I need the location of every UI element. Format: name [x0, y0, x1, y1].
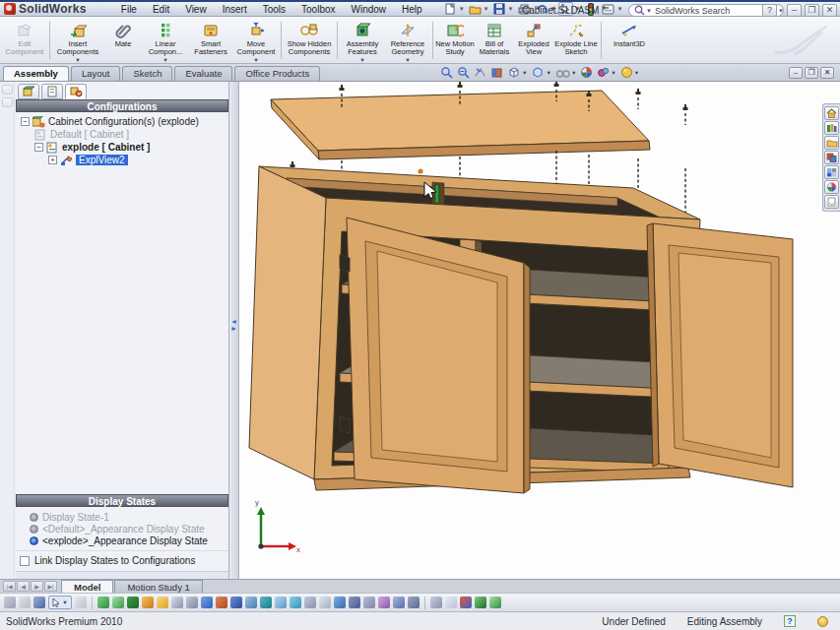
edit-appearance-icon[interactable]: [580, 66, 593, 79]
selected-explview-label[interactable]: ExplView2: [76, 155, 128, 165]
assembly-xpert-icon[interactable]: [201, 597, 213, 608]
minimize-button[interactable]: –: [787, 4, 802, 17]
axis-icon[interactable]: [334, 597, 346, 608]
file-explorer-tab[interactable]: [824, 136, 839, 150]
search-input[interactable]: ▼ SolidWorks Search: [628, 4, 784, 17]
section-properties-icon[interactable]: [275, 597, 287, 608]
filter-toggle-icon[interactable]: [19, 597, 31, 608]
menu-toolbox[interactable]: Toolbox: [294, 3, 342, 16]
dimensions-icon[interactable]: [230, 597, 242, 608]
help-caret-icon[interactable]: ▼: [778, 8, 784, 14]
move-component-caret-icon[interactable]: ▼: [253, 58, 258, 62]
property-manager-tab[interactable]: [41, 84, 63, 99]
splitter-arrows-icon[interactable]: ◄►: [230, 318, 237, 332]
expand-icon[interactable]: +: [48, 156, 57, 164]
realview-appearance-tab[interactable]: [824, 180, 839, 194]
view-palette-tab[interactable]: [824, 151, 839, 164]
tab-evaluate[interactable]: Evaluate: [174, 66, 232, 81]
sketch-icon[interactable]: [304, 597, 316, 608]
view-settings-caret-icon[interactable]: ▼: [634, 70, 639, 76]
doc-restore-button[interactable]: ❐: [805, 67, 818, 79]
insert-components-caret-icon[interactable]: ▼: [75, 58, 80, 62]
assembly-features-button[interactable]: Assembly Features ▼: [340, 18, 385, 63]
tab-scroll-first-icon[interactable]: |◀: [3, 581, 16, 592]
maximize-button[interactable]: ❐: [805, 4, 819, 17]
point-icon[interactable]: [363, 597, 375, 608]
tab-scroll-last-icon[interactable]: ▶|: [44, 581, 57, 592]
view-settings-icon[interactable]: ▼: [620, 66, 639, 79]
zoom-to-area-icon[interactable]: [457, 66, 470, 79]
linear-pattern-caret-icon[interactable]: ▼: [162, 58, 167, 62]
collapsed-tool-icon[interactable]: [2, 97, 13, 107]
menu-insert[interactable]: Insert: [216, 3, 254, 16]
model-tab[interactable]: Model: [61, 580, 113, 593]
reference-geometry-caret-icon[interactable]: ▼: [405, 58, 410, 62]
previous-view-icon[interactable]: [474, 66, 486, 79]
options-caret-icon[interactable]: ▼: [616, 6, 622, 12]
config-default-row[interactable]: Default [ Cabinet ]: [18, 128, 228, 141]
design-library-tab[interactable]: [824, 121, 839, 135]
insert-component-icon[interactable]: [97, 597, 109, 608]
explview-row[interactable]: + ExplView2: [18, 154, 228, 166]
doc-minimize-button[interactable]: –: [789, 67, 803, 79]
display-state-row-active[interactable]: <explode>_Appearance Display State: [16, 535, 228, 546]
new-document-icon[interactable]: [443, 2, 458, 16]
appearance-pie-icon[interactable]: [460, 597, 472, 608]
tab-scroll-next-icon[interactable]: ▶: [31, 581, 43, 592]
isolate-icon[interactable]: [475, 597, 486, 608]
show-hidden-components-button[interactable]: Show Hidden Components: [284, 18, 335, 63]
move-component-icon[interactable]: [142, 597, 154, 608]
component-pattern-icon[interactable]: [127, 597, 139, 608]
coordinate-system-icon[interactable]: [349, 597, 360, 608]
smart-fasteners-button[interactable]: Smart Fasteners: [188, 18, 233, 63]
linear-component-pattern-button[interactable]: Linear Compon... ▼: [143, 18, 188, 63]
select-tool-button[interactable]: ▼: [48, 596, 72, 609]
configuration-manager-tab[interactable]: [65, 84, 87, 99]
config-root-row[interactable]: − Cabinet Configuration(s) (explode): [18, 115, 228, 128]
plane-icon[interactable]: [319, 597, 331, 608]
new-caret-icon[interactable]: ▼: [459, 6, 465, 12]
collapsed-tool-icon[interactable]: [2, 85, 13, 94]
snapshot-icon[interactable]: [445, 597, 457, 608]
exploded-view-button[interactable]: Exploded View: [514, 18, 553, 63]
reload-icon[interactable]: [489, 597, 501, 608]
mass-properties-icon[interactable]: [245, 597, 257, 608]
tab-office-products[interactable]: Office Products: [234, 66, 320, 81]
reference-geometry-button[interactable]: Reference Geometry ▼: [385, 18, 430, 63]
belt-chain-icon[interactable]: [408, 597, 420, 608]
config-explode-row[interactable]: − explode [ Cabinet ]: [18, 141, 228, 154]
mate-tool-icon[interactable]: [112, 597, 124, 608]
collapse-icon[interactable]: −: [21, 117, 30, 126]
mate-button[interactable]: Mate: [103, 18, 143, 63]
select-caret-icon[interactable]: ▼: [62, 599, 67, 605]
display-state-row[interactable]: Display State-1: [16, 511, 228, 523]
apply-scene-icon[interactable]: ▼: [597, 66, 615, 79]
cabinet-top-panel[interactable]: [271, 91, 650, 159]
link-display-states-checkbox[interactable]: [20, 556, 30, 566]
smart-component-icon[interactable]: [393, 597, 405, 608]
insert-components-button[interactable]: Insert Components ▼: [52, 18, 103, 63]
save-icon[interactable]: [492, 2, 507, 16]
status-sphere-icon[interactable]: [817, 616, 828, 627]
menu-edit[interactable]: Edit: [146, 3, 176, 16]
cabinet-3d-view[interactable]: y x: [239, 82, 840, 579]
edit-component-button[interactable]: Edit Component: [2, 18, 47, 63]
edit-component-icon[interactable]: [157, 597, 168, 608]
no-external-refs-icon[interactable]: [171, 597, 183, 608]
display-style-icon[interactable]: ▼: [531, 66, 550, 79]
custom-properties-tab[interactable]: [824, 195, 839, 209]
doc-close-button[interactable]: ✕: [820, 67, 834, 79]
menu-help[interactable]: Help: [395, 3, 429, 16]
collapse-icon[interactable]: −: [34, 143, 43, 152]
help-button[interactable]: ?: [762, 4, 777, 17]
tab-scroll-prev-icon[interactable]: ◀: [17, 581, 30, 592]
quick-tips-icon[interactable]: ?: [784, 615, 796, 627]
tab-assembly[interactable]: Assembly: [3, 66, 69, 81]
explode-line-sketch-button[interactable]: Explode Line Sketch: [553, 18, 599, 63]
display-state-row[interactable]: <Default>_Appearance Display State: [16, 523, 228, 535]
selection-filter-icon[interactable]: [4, 597, 16, 608]
view-orientation-caret-icon[interactable]: ▼: [522, 70, 527, 76]
close-button[interactable]: ✕: [822, 4, 837, 17]
panel-splitter[interactable]: ◄►: [229, 82, 239, 579]
graphics-area[interactable]: y x: [239, 82, 840, 579]
